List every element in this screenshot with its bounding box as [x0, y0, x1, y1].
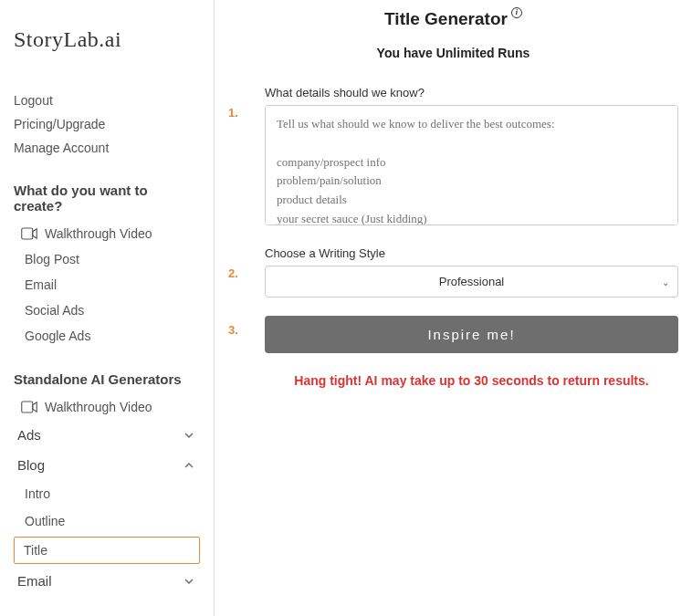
- logo: StoryLab.ai: [14, 27, 200, 52]
- group-email[interactable]: Email: [14, 566, 200, 596]
- top-links: Logout Pricing/Upgrade Manage Account: [14, 89, 200, 160]
- group-blog[interactable]: Blog: [14, 450, 200, 480]
- standalone-heading: Standalone AI Generators: [14, 371, 200, 387]
- sidebar-item-standalone-walkthrough[interactable]: Walkthrough Video: [14, 394, 200, 420]
- svg-rect-1: [22, 402, 33, 412]
- info-icon[interactable]: i: [511, 7, 522, 18]
- inspire-me-button[interactable]: Inspire me!: [265, 316, 678, 353]
- step-2: 2. Choose a Writing Style Professional ⌄: [265, 246, 678, 298]
- sidebar-subitem-outline[interactable]: Outline: [14, 507, 200, 535]
- step-number-2: 2.: [228, 266, 238, 280]
- wait-message: Hang tight! AI may take up to 30 seconds…: [265, 371, 678, 391]
- chevron-up-icon: [182, 458, 196, 473]
- runs-text: You have Unlimited Runs: [228, 46, 678, 60]
- sidebar-item-email[interactable]: Email: [14, 272, 200, 298]
- chevron-down-icon: [182, 574, 196, 589]
- writing-style-select[interactable]: Professional: [265, 266, 678, 298]
- sidebar: StoryLab.ai Logout Pricing/Upgrade Manag…: [0, 0, 215, 616]
- details-input[interactable]: [265, 105, 678, 225]
- sidebar-item-label: Walkthrough Video: [45, 226, 152, 241]
- main: Title Generator i You have Unlimited Run…: [215, 0, 692, 616]
- step-3: 3. Inspire me!: [265, 316, 678, 353]
- svg-rect-0: [22, 228, 33, 239]
- page-title: Title Generator i: [228, 9, 678, 29]
- step-number-1: 1.: [228, 106, 238, 120]
- step-1: 1. What details should we know?: [265, 86, 678, 228]
- form: 1. What details should we know? 2. Choos…: [228, 86, 678, 391]
- group-label: Blog: [17, 457, 45, 473]
- standalone-section: Standalone AI Generators Walkthrough Vid…: [14, 371, 200, 596]
- pricing-upgrade-link[interactable]: Pricing/Upgrade: [14, 112, 200, 136]
- create-heading: What do you want to create?: [14, 183, 200, 214]
- create-section: What do you want to create? Walkthrough …: [14, 183, 200, 349]
- sidebar-item-google-ads[interactable]: Google Ads: [14, 323, 200, 349]
- chevron-down-icon: [182, 428, 196, 443]
- sidebar-item-walkthrough-video[interactable]: Walkthrough Video: [14, 221, 200, 246]
- logout-link[interactable]: Logout: [14, 89, 200, 112]
- video-icon: [21, 401, 37, 413]
- video-icon: [21, 227, 37, 240]
- sidebar-item-label: Walkthrough Video: [45, 400, 152, 414]
- sidebar-item-social-ads[interactable]: Social Ads: [14, 298, 200, 323]
- step-number-3: 3.: [228, 323, 238, 337]
- sidebar-subitem-title[interactable]: Title: [14, 537, 200, 564]
- group-ads[interactable]: Ads: [14, 420, 200, 450]
- details-label: What details should we know?: [265, 86, 678, 99]
- sidebar-subitem-intro[interactable]: Intro: [14, 480, 200, 507]
- manage-account-link[interactable]: Manage Account: [14, 136, 200, 160]
- sidebar-item-blog-post[interactable]: Blog Post: [14, 246, 200, 272]
- page-title-text: Title Generator: [384, 9, 508, 29]
- group-label: Email: [17, 573, 52, 589]
- group-label: Ads: [17, 427, 41, 443]
- style-label: Choose a Writing Style: [265, 246, 678, 260]
